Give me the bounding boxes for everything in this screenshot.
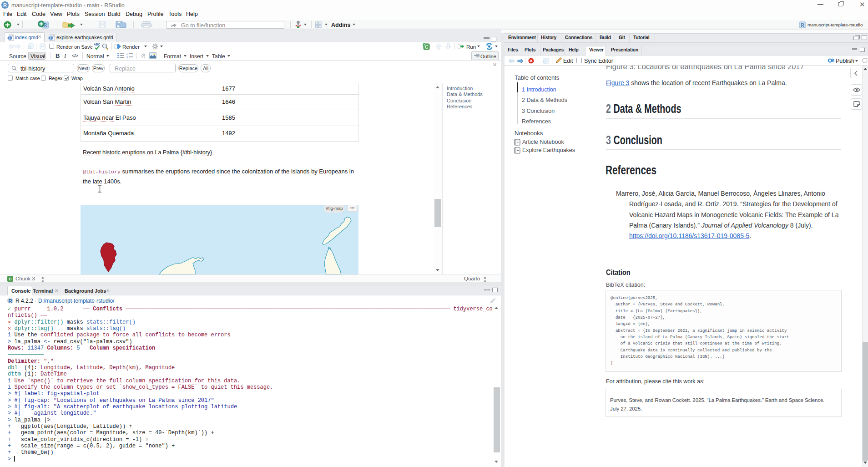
svg-text:R: R: [801, 23, 804, 28]
svg-text:C: C: [9, 277, 12, 281]
svg-text:R: R: [9, 298, 12, 304]
svg-text:2: 2: [126, 56, 128, 58]
svg-text:1: 1: [126, 53, 128, 55]
